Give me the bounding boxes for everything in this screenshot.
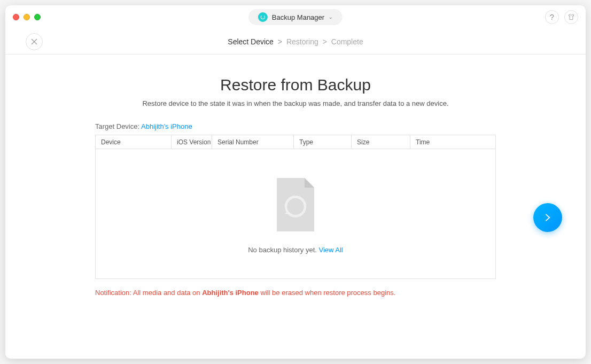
titlebar: Backup Manager ⌄ ? [5, 5, 586, 29]
topbar-right: ? [545, 10, 578, 24]
notification-suffix: will be erased when restore process begi… [259, 289, 396, 297]
table-header-ios[interactable]: iOS Version [172, 135, 212, 149]
shirt-icon [567, 13, 575, 21]
notification-prefix: Notification: All media and data on [95, 289, 202, 297]
backup-table: Device iOS Version Serial Number Type Si… [95, 135, 496, 279]
back-button[interactable] [26, 33, 43, 50]
chevron-down-icon: ⌄ [329, 14, 333, 20]
view-all-link[interactable]: View All [318, 246, 343, 254]
app-mode-label: Backup Manager [272, 13, 324, 21]
no-backup-label: No backup history yet. [248, 246, 318, 254]
empty-file-icon [271, 175, 320, 234]
breadcrumb: Select Device > Restoring > Complete [228, 37, 363, 46]
content-block: Target Device: Abhijith's iPhone Device … [95, 122, 496, 297]
arrow-right-icon [542, 212, 553, 223]
page-subtitle: Restore device to the state it was in wh… [37, 99, 554, 107]
breadcrumb-step-restoring: Restoring [286, 37, 318, 46]
table-header-device[interactable]: Device [96, 135, 172, 149]
table-empty-state: No backup history yet. View All [96, 150, 495, 278]
table-header-time[interactable]: Time [410, 135, 495, 149]
theme-button[interactable] [564, 10, 578, 24]
table-header: Device iOS Version Serial Number Type Si… [96, 135, 495, 149]
breadcrumb-sep: > [278, 37, 282, 46]
breadcrumb-step-select-device: Select Device [228, 37, 274, 46]
table-header-serial[interactable]: Serial Number [212, 135, 294, 149]
target-device-name: Abhijith's iPhone [141, 122, 192, 130]
main-content: Restore from Backup Restore device to th… [5, 55, 586, 297]
table-header-type[interactable]: Type [294, 135, 352, 149]
fullscreen-window-button[interactable] [34, 14, 41, 20]
breadcrumb-step-complete: Complete [331, 37, 363, 46]
close-icon [31, 38, 37, 45]
subbar: Select Device > Restoring > Complete [5, 29, 586, 55]
empty-text: No backup history yet. View All [248, 246, 343, 254]
table-header-size[interactable]: Size [352, 135, 410, 149]
help-icon: ? [550, 13, 554, 21]
breadcrumb-sep: > [323, 37, 327, 46]
help-button[interactable]: ? [545, 10, 559, 24]
page-title: Restore from Backup [37, 76, 554, 94]
backup-manager-icon [258, 12, 268, 22]
window-controls [13, 14, 41, 20]
close-window-button[interactable] [13, 14, 19, 20]
notification-device: Abhijith's iPhone [202, 289, 259, 297]
target-device-row: Target Device: Abhijith's iPhone [95, 122, 496, 130]
minimize-window-button[interactable] [24, 14, 30, 20]
app-mode-dropdown[interactable]: Backup Manager ⌄ [248, 9, 343, 25]
notification: Notification: All media and data on Abhi… [95, 289, 496, 297]
app-window: Backup Manager ⌄ ? Select Device > Resto… [5, 5, 586, 359]
target-device-label: Target Device: [95, 122, 141, 130]
next-button[interactable] [533, 203, 562, 232]
